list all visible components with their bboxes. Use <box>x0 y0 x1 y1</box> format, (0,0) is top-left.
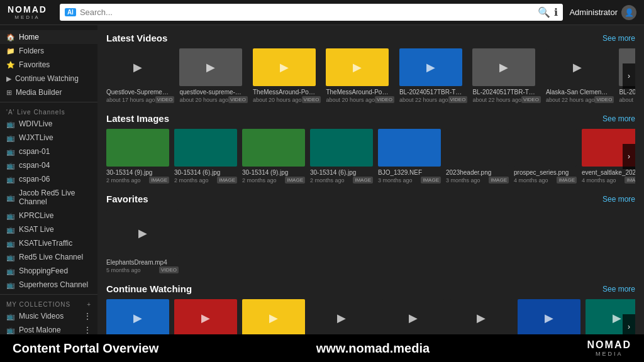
media-timestamp: about 22 hours ago <box>546 97 595 103</box>
favorites-row: ▶ElephantsDream.mp45 months agoVIDEO <box>106 209 635 273</box>
media-card[interactable]: ▶questlove-supreme-ge...about 20 hours a… <box>179 48 247 103</box>
media-card[interactable]: BJO_1329.NEF3 months agoIMAGE <box>378 129 441 184</box>
sidebar-item-superhero[interactable]: 📺 Superheros Channel <box>0 278 97 292</box>
latest-videos-row: ▶Questlove-Supreme-G...about 17 hours ag… <box>106 48 635 103</box>
sidebar-item-label: WDIVLive <box>19 119 52 128</box>
media-card[interactable]: 2023header.png3 months agoIMAGE <box>446 129 509 184</box>
sidebar-item-cspan04[interactable]: 📺 cspan-04 <box>0 158 97 172</box>
media-meta: 2 months agoIMAGE <box>242 177 305 184</box>
sidebar-item-favorites[interactable]: ⭐ Favorites <box>0 58 97 72</box>
media-meta: 3 months agoIMAGE <box>446 177 509 184</box>
media-badge: VIDEO <box>594 96 614 103</box>
media-card[interactable]: ▶Contra Costa County - ...2 months agoVI… <box>382 299 445 334</box>
media-meta: about 20 hours agoVIDEO <box>253 96 321 103</box>
play-icon: ▶ <box>545 311 553 325</box>
play-icon: ▶ <box>499 60 508 74</box>
sidebar-item-wjxt[interactable]: 📺 WJXTLive <box>0 131 97 145</box>
media-card[interactable]: 30-15314 (9).jpg2 months agoIMAGE <box>242 129 305 184</box>
info-icon[interactable]: ℹ <box>554 6 558 18</box>
sidebar-item-shopping[interactable]: 📺 ShoppingFeed <box>0 264 97 278</box>
sidebar-item-ksat[interactable]: 📺 KSAT Live <box>0 222 97 236</box>
sidebar-item-post-malone[interactable]: 📺 Post Malone ⋮ <box>0 323 97 334</box>
media-card[interactable]: ▶BL-20240517TBR-TO...about 22 hours agoV… <box>472 48 540 103</box>
latest-videos-see-more[interactable]: See more <box>602 34 635 43</box>
sidebar-item-label: Favorites <box>19 60 50 69</box>
sidebar-item-home[interactable]: 🏠 Home <box>0 30 97 44</box>
live-icon: 📺 <box>6 212 15 220</box>
media-timestamp: about 22 hours ago <box>399 97 448 103</box>
search-icon[interactable]: 🔍 <box>538 6 550 18</box>
sidebar-item-continue-watching[interactable]: ▶ Continue Watching <box>0 72 97 85</box>
media-title: Alaska-San Clemente-... <box>546 89 609 96</box>
continue-watching-see-more[interactable]: See more <box>602 285 635 293</box>
media-timestamp: 3 months ago <box>446 177 480 184</box>
media-card[interactable]: ▶Hey-Dude-the-90s-Cal...14 days agoVIDEO <box>242 299 305 334</box>
media-meta: about 20 hours agoVIDEO <box>179 96 247 103</box>
media-card[interactable]: ▶Alaska-San Clemente-...about 22 hours a… <box>546 48 614 103</box>
media-meta: 2 months agoIMAGE <box>310 177 373 184</box>
media-timestamp: about 20 hours ago <box>253 97 302 103</box>
continue-watching-header: Continue Watching See more <box>106 283 635 294</box>
favorites-see-more[interactable]: See more <box>602 195 635 204</box>
media-title: BL-20240517TBR-TO... <box>472 89 535 96</box>
live-icon: 📺 <box>6 120 15 128</box>
more-icon[interactable]: ⋮ <box>84 326 91 334</box>
search-bar[interactable]: AI 🔍 ℹ <box>60 4 564 21</box>
sidebar-item-red5[interactable]: 📺 Red5 Live Channel <box>0 250 97 264</box>
favorites-header: Favorites See more <box>106 194 635 204</box>
media-badge: VIDEO <box>228 96 248 103</box>
media-card[interactable]: ▶Contra Costa County - ...2 months agoVI… <box>450 299 513 334</box>
latest-images-next-btn[interactable]: › <box>623 144 635 169</box>
play-icon: ▶ <box>280 60 289 74</box>
bottom-url: www.nomad.media <box>316 341 430 356</box>
media-badge: IMAGE <box>217 177 237 184</box>
latest-videos-next-btn[interactable]: › <box>623 63 635 89</box>
sidebar-item-ksatlive[interactable]: 📺 KSATLiveTraffic <box>0 236 97 250</box>
media-card[interactable]: ▶David Bowie's Ziggy St...14 days agoVID… <box>174 299 237 334</box>
sidebar-item-folders[interactable]: 📁 Folders <box>0 44 97 58</box>
play-icon: ▶ <box>353 60 362 74</box>
sidebar-item-media-builder[interactable]: ⊞ Media Builder <box>0 85 97 99</box>
sidebar-item-jacob[interactable]: 📺 Jacob Red5 Live Channel <box>0 186 97 209</box>
top-right: Administrator 👤 <box>569 5 636 20</box>
latest-videos-header: Latest Videos See more <box>106 33 635 43</box>
media-card[interactable]: 30-15314 (6).jpg2 months agoIMAGE <box>174 129 237 184</box>
grid-icon: ⊞ <box>6 89 12 97</box>
media-card[interactable]: ▶Questlove-Supreme-G...about 17 hours ag… <box>106 48 174 103</box>
sidebar-item-cspan06[interactable]: 📺 cspan-06 <box>0 172 97 186</box>
more-icon[interactable]: ⋮ <box>84 312 91 321</box>
media-card[interactable]: 30-15314 (9).jpg2 months agoIMAGE <box>106 129 169 184</box>
play-icon: ▶ <box>133 60 142 74</box>
media-title: Questlove-Supreme-G... <box>106 89 169 96</box>
media-card[interactable]: ▶ElephantsDream.mp45 months agoVIDEO <box>106 209 179 273</box>
media-meta: about 20 hours agoVIDEO <box>326 96 394 103</box>
media-timestamp: about 20 hours ago <box>326 97 375 103</box>
media-card[interactable]: ▶BL-20240517TBR-TO...1 day agoVIDEO <box>106 299 169 334</box>
continue-watching-next-btn[interactable]: › <box>623 314 635 335</box>
latest-images-see-more[interactable]: See more <box>602 114 635 123</box>
sidebar-item-kprc[interactable]: 📺 KPRCLive <box>0 209 97 222</box>
media-card[interactable]: ▶30-15314_07_11_55 ...2 months agoVIDEO <box>518 299 580 334</box>
media-meta: about 17 hours agoVIDEO <box>106 96 174 103</box>
live-icon: 📺 <box>6 253 15 261</box>
media-timestamp: 2 months ago <box>242 177 277 184</box>
sidebar-item-cspan01[interactable]: 📺 cspan-01 <box>0 145 97 158</box>
media-card[interactable]: ▶TheMessAround-Podc...about 20 hours ago… <box>253 48 321 103</box>
sidebar-item-wdiv[interactable]: 📺 WDIVLive <box>0 117 97 131</box>
media-card[interactable]: ▶Baking Basics Part 1 F...about 1 month … <box>310 299 377 334</box>
media-card[interactable]: prospec_series.png4 months agoIMAGE <box>514 129 577 184</box>
add-collection-icon[interactable]: + <box>87 301 91 308</box>
play-icon: ▶ <box>138 226 147 240</box>
media-card[interactable]: 30-15314 (6).jpg2 months agoIMAGE <box>310 129 373 184</box>
media-card[interactable]: ▶BL-20240517TBR-TO...about 22 hours agoV… <box>399 48 467 103</box>
sidebar-item-music-videos[interactable]: 📺 Music Videos ⋮ <box>0 309 97 323</box>
logo-media: MEDIA <box>14 14 40 20</box>
collection-actions: + <box>87 301 91 308</box>
media-meta: 4 months agoIMAGE <box>514 177 577 184</box>
media-timestamp: about 17 hours ago <box>106 97 155 103</box>
media-title: TheMessAround-Podc... <box>253 89 316 96</box>
media-card[interactable]: ▶TheMessAround-Podc...about 20 hours ago… <box>326 48 394 103</box>
sidebar-item-label: Jacob Red5 Live Channel <box>19 189 91 206</box>
search-input[interactable] <box>80 8 535 17</box>
latest-images-row: 30-15314 (9).jpg2 months agoIMAGE30-1531… <box>106 129 635 184</box>
